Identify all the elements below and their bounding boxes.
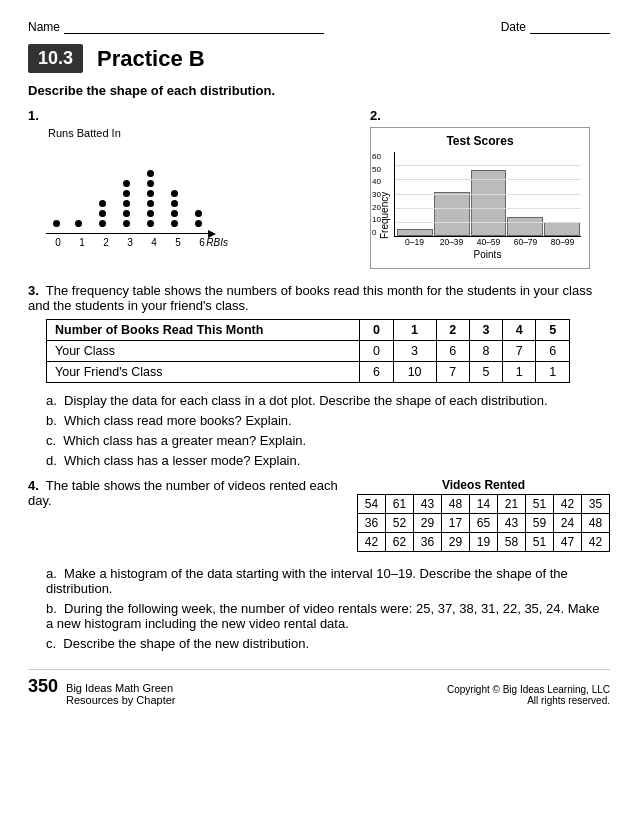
histogram-chart: 0 10 20 30 40 50 60 (394, 152, 581, 262)
v-2-2: 52 (386, 514, 414, 533)
dot (123, 220, 130, 227)
friend-class-3: 5 (469, 362, 502, 383)
x-tick-labels: 0 1 2 3 4 5 6 (46, 237, 214, 248)
v-2-3: 29 (414, 514, 442, 533)
videos-table-wrap: Videos Rented 54 61 43 48 14 21 51 42 35 (357, 478, 610, 558)
problems-1-2-row: 1. Runs Batted In (28, 108, 610, 269)
your-class-0: 0 (360, 341, 393, 362)
date-label: Date (501, 20, 526, 34)
section-header: 10.3 Practice B (28, 44, 610, 73)
dot (147, 200, 154, 207)
col-header-1: 1 (393, 320, 436, 341)
dot (99, 210, 106, 217)
dot (123, 180, 130, 187)
name-field-row: Name (28, 18, 324, 34)
problem-4-text: 4. The table shows the number of videos … (28, 478, 341, 558)
friend-class-4: 1 (503, 362, 536, 383)
col-header-label: Number of Books Read This Month (47, 320, 360, 341)
name-underline[interactable] (64, 18, 324, 34)
date-underline[interactable] (530, 18, 610, 34)
table-row: Your Friend's Class 6 10 7 5 1 1 (47, 362, 570, 383)
dot (99, 200, 106, 207)
v-3-1: 42 (358, 533, 386, 552)
chart-area: 0 10 20 30 40 50 60 (394, 152, 581, 260)
tick-0: 0 (46, 237, 70, 248)
dot (195, 220, 202, 227)
xtick-80-99: 80–99 (544, 237, 581, 247)
problem-1-label: 1. (28, 108, 340, 123)
grid-5 (395, 165, 581, 166)
ytick-10: 10 (372, 215, 381, 224)
tick-6: 6 (190, 237, 214, 248)
your-class-2: 6 (436, 341, 469, 362)
footer-page: 350 (28, 676, 58, 697)
dot (147, 220, 154, 227)
problem-3-label: 3. (28, 283, 39, 298)
dot (147, 170, 154, 177)
footer-book-info: Big Ideas Math Green Resources by Chapte… (66, 682, 175, 706)
v-3-9: 42 (582, 533, 610, 552)
your-class-1: 3 (393, 341, 436, 362)
v-2-5: 65 (470, 514, 498, 533)
v-3-2: 62 (386, 533, 414, 552)
sub-problem-3a: a. Display the data for each class in a … (46, 393, 610, 408)
row-friend-class-label: Your Friend's Class (47, 362, 360, 383)
dot (171, 190, 178, 197)
histogram-x-label: Points (394, 249, 581, 260)
sub-problem-3c: c. Which class has a greater mean? Expla… (46, 433, 610, 448)
dot (147, 210, 154, 217)
v-1-8: 42 (554, 495, 582, 514)
dot (171, 210, 178, 217)
your-class-3: 8 (469, 341, 502, 362)
ytick-50: 50 (372, 165, 381, 174)
dot-plot-area: RBIs 0 1 2 3 4 5 6 (38, 141, 228, 256)
bar-60-79 (507, 217, 543, 236)
date-field-row: Date (501, 18, 610, 34)
v-3-5: 19 (470, 533, 498, 552)
ytick-0: 0 (372, 228, 381, 237)
dot (75, 220, 82, 227)
section-number: 10.3 (28, 44, 83, 73)
x-tick-labels: 0–19 20–39 40–59 60–79 80–99 (396, 237, 581, 247)
v-2-9: 48 (582, 514, 610, 533)
problem-2: 2. Test Scores Frequency 0 10 20 30 40 5… (370, 108, 610, 269)
problem-3-table: Number of Books Read This Month 0 1 2 3 … (46, 319, 570, 383)
tick-5: 5 (166, 237, 190, 248)
videos-table: 54 61 43 48 14 21 51 42 35 36 52 29 (357, 494, 610, 552)
v-1-5: 14 (470, 495, 498, 514)
friend-class-5: 1 (536, 362, 569, 383)
histogram-container: Test Scores Frequency 0 10 20 30 40 50 6… (370, 127, 590, 269)
dot (147, 190, 154, 197)
sub-problems-3: a. Display the data for each class in a … (46, 393, 610, 468)
bar-40-59 (471, 170, 507, 236)
v-2-7: 59 (526, 514, 554, 533)
col-header-2: 2 (436, 320, 469, 341)
v-3-3: 36 (414, 533, 442, 552)
v-3-8: 47 (554, 533, 582, 552)
row-your-class-label: Your Class (47, 341, 360, 362)
footer-rights: All rights reserved. (447, 695, 610, 706)
dot (53, 220, 60, 227)
col-header-4: 4 (503, 320, 536, 341)
bar-80-99 (544, 222, 580, 236)
section-title: Practice B (97, 46, 205, 72)
tick-4: 4 (142, 237, 166, 248)
ytick-20: 20 (372, 203, 381, 212)
v-2-4: 17 (442, 514, 470, 533)
y-tick-labels: 0 10 20 30 40 50 60 (372, 152, 381, 237)
bar-20-39 (434, 192, 470, 236)
problem-4-label: 4. (28, 478, 39, 493)
col-header-3: 3 (469, 320, 502, 341)
tick-1: 1 (70, 237, 94, 248)
v-2-8: 24 (554, 514, 582, 533)
v-1-7: 51 (526, 495, 554, 514)
histogram-inner: Frequency 0 10 20 30 40 50 60 (379, 152, 581, 262)
sub-problem-3d: d. Which class has a lesser mode? Explai… (46, 453, 610, 468)
videos-row-1: 54 61 43 48 14 21 51 42 35 (358, 495, 610, 514)
xtick-0-19: 0–19 (396, 237, 433, 247)
histogram-bars (394, 152, 581, 237)
v-3-4: 29 (442, 533, 470, 552)
table-row: Your Class 0 3 6 8 7 6 (47, 341, 570, 362)
histogram-title: Test Scores (379, 134, 581, 148)
dot (123, 200, 130, 207)
